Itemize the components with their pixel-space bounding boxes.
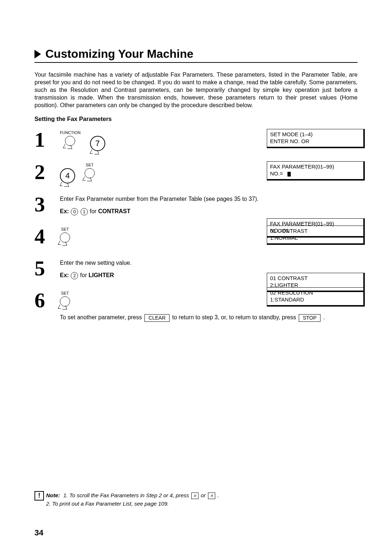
clear-key: CLEAR — [144, 314, 170, 322]
set-label: SET — [61, 227, 69, 231]
note-1a: 1. To scroll the Fax Parameters in Step … — [64, 492, 191, 498]
step-number: 2 — [34, 161, 60, 183]
lcd-display-6: 02 RESOLUTION 1:STANDARD — [267, 287, 365, 307]
down-key-icon: ∨ — [191, 493, 199, 499]
note-block: ! Note: 1. To scroll the Fax Parameters … — [34, 491, 219, 508]
page-title: Customizing Your Machine — [45, 47, 193, 61]
section-subhead: Setting the Fax Parameters — [34, 116, 358, 122]
lcd4-line1: 01 CONTRAST — [270, 228, 307, 234]
set-button[interactable]: SET — [60, 227, 70, 243]
step-1: 1 FUNCTION 7 SET MODE (1–4) ENTER NO. OR — [34, 129, 358, 151]
lcd1-line2: ENTER NO. OR — [270, 138, 360, 145]
step-number: 4 — [34, 226, 60, 247]
set-button[interactable]: SET — [60, 291, 70, 307]
stop-key: STOP — [299, 314, 320, 322]
step-number: 3 — [34, 194, 60, 215]
function-button[interactable]: FUNCTION — [60, 130, 81, 146]
ex-for: for — [80, 272, 89, 278]
set-button[interactable]: SET — [85, 163, 95, 178]
lcd5-line1: 01 CONTRAST — [270, 275, 307, 281]
step6-text-a: To set another parameter, press — [60, 314, 143, 320]
key-4-button[interactable]: 4 — [60, 163, 75, 183]
ex-label: Ex: — [60, 272, 69, 278]
step-number: 1 — [34, 129, 60, 151]
triangle-icon — [34, 50, 41, 58]
note-label: Note: — [46, 492, 60, 498]
set-label: SET — [86, 163, 93, 167]
key-0-icon: 0 — [71, 208, 78, 215]
step-5: 5 Enter the new setting value. Ex: 2 for… — [34, 258, 358, 279]
ex-for: for — [90, 208, 98, 214]
step-2: 2 4 SET FAX PARAMETER(01–99) NO.= — [34, 161, 358, 183]
step6-text-b: to return to step 3, or, to return to st… — [172, 314, 298, 320]
key-4-label: 4 — [60, 168, 75, 183]
step-4: 4 SET 01 CONTRAST 1:NORMAL — [34, 226, 358, 247]
step-number: 6 — [34, 289, 60, 322]
note-1b: or — [201, 492, 207, 498]
lcd6-line2: 1:STANDARD — [270, 296, 360, 303]
lcd2-line1: FAX PARAMETER(01–99) — [270, 163, 334, 170]
info-icon: ! — [34, 491, 44, 501]
ex-label: Ex: — [60, 208, 69, 214]
key-2-icon: 2 — [71, 272, 78, 279]
ex-word: LIGHTER — [89, 272, 114, 278]
ex-word: CONTRAST — [98, 208, 130, 214]
step-6: 6 SET To set another parameter, press CL… — [34, 289, 358, 322]
function-label: FUNCTION — [60, 130, 81, 135]
key-7-label: 7 — [90, 136, 105, 151]
lcd2-line2-prefix: NO.= — [270, 170, 283, 177]
step6-text-c: . — [323, 314, 324, 320]
key-1-icon: 1 — [81, 208, 88, 215]
step-3: 3 Enter Fax Parameter number from the Pa… — [34, 194, 358, 215]
step-number: 5 — [34, 258, 60, 279]
lcd-display-2: FAX PARAMETER(01–99) NO.= — [267, 161, 365, 181]
up-key-icon: ∧ — [208, 493, 215, 499]
intro-paragraph: Your facsimile machine has a variety of … — [34, 71, 358, 109]
lcd-display-1: SET MODE (1–4) ENTER NO. OR — [267, 129, 365, 148]
note-2: 2. To print out a Fax Parameter List, se… — [46, 501, 169, 507]
set-label: SET — [61, 291, 69, 295]
note-1c: . — [217, 492, 219, 498]
lcd6-line1: 02 RESOLUTION — [270, 289, 313, 296]
lcd-display-4: 01 CONTRAST 1:NORMAL — [267, 226, 365, 245]
title-bar: Customizing Your Machine — [34, 47, 358, 63]
step3-text: Enter Fax Parameter number from the Para… — [60, 195, 358, 203]
step5-text: Enter the new setting value. — [60, 259, 358, 267]
lcd1-line1: SET MODE (1–4) — [270, 131, 313, 137]
key-7-button[interactable]: 7 — [90, 130, 105, 151]
page-number: 34 — [34, 528, 43, 538]
cursor-icon — [287, 172, 291, 177]
lcd4-line2: 1:NORMAL — [270, 235, 360, 242]
